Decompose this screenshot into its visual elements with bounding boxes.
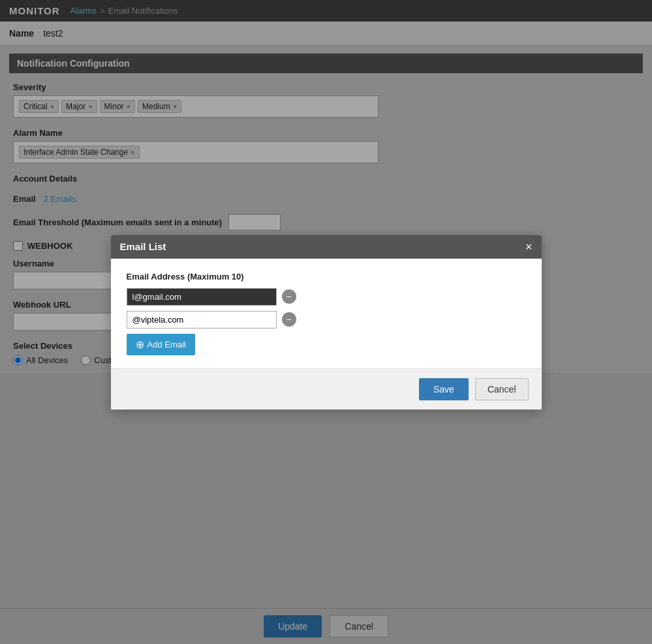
add-email-button[interactable]: ⊕ Add Email bbox=[127, 334, 195, 355]
email-address-label: Email Address (Maximum 10) bbox=[127, 272, 526, 282]
email-row-2: − bbox=[127, 311, 526, 329]
remove-email-2-button[interactable]: − bbox=[282, 312, 296, 327]
email-row-1: − bbox=[127, 288, 526, 306]
email-input-2[interactable] bbox=[127, 311, 277, 329]
modal-footer: Save Cancel bbox=[111, 368, 542, 374]
minus-icon-2: − bbox=[286, 315, 291, 324]
add-email-label: Add Email bbox=[147, 340, 186, 349]
modal-overlay[interactable]: Email List × Email Address (Maximum 10) … bbox=[0, 0, 652, 373]
modal-title: Email List bbox=[120, 241, 166, 252]
minus-icon-1: − bbox=[286, 292, 291, 301]
email-input-1[interactable] bbox=[127, 288, 277, 306]
modal-header: Email List × bbox=[111, 235, 542, 259]
plus-circle-icon: ⊕ bbox=[136, 338, 144, 351]
modal-body: Email Address (Maximum 10) − − ⊕ Add Ema… bbox=[111, 259, 542, 368]
modal-close-button[interactable]: × bbox=[525, 241, 533, 253]
email-list-modal: Email List × Email Address (Maximum 10) … bbox=[111, 235, 542, 374]
remove-email-1-button[interactable]: − bbox=[282, 289, 296, 304]
